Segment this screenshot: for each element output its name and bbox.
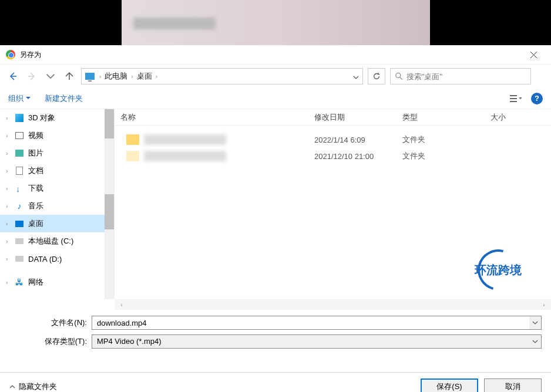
content-area: › 3D 对象 › 视频 › 图片 › 文档 › 下载: [0, 109, 551, 299]
file-row[interactable]: 2022/1/14 6:09 文件夹: [115, 131, 551, 148]
view-button[interactable]: [505, 92, 526, 106]
up-button[interactable]: [62, 69, 76, 83]
file-view: 名称 修改日期 类型 大小 2022/1/14 6:09 文件夹 2021/12…: [115, 109, 551, 299]
chevron-down-icon: [46, 72, 55, 81]
back-button[interactable]: [6, 69, 20, 83]
chevron-down-icon: [353, 76, 359, 79]
organize-label: 组织: [8, 93, 23, 104]
scroll-right-icon[interactable]: ›: [539, 300, 549, 310]
sidebar-label: DATA (D:): [28, 255, 62, 263]
arrow-left-icon: [8, 72, 18, 81]
help-button[interactable]: ?: [531, 93, 543, 104]
navbar: › 此电脑 › 桌面 ›: [0, 65, 551, 88]
scrollbar-thumb[interactable]: [105, 194, 114, 229]
bottom-bar: 隐藏文件夹 保存(S) 取消: [0, 372, 551, 392]
sidebar-label: 视频: [28, 130, 43, 141]
sidebar-item-music[interactable]: › ♪ 音乐: [0, 197, 114, 215]
form-area: 文件名(N): 保存类型(T): MP4 Video (*.mp4): [0, 310, 551, 359]
save-dialog: 另存为 › 此电脑 › 桌面 ›: [0, 45, 551, 392]
sidebar-item-documents[interactable]: › 文档: [0, 162, 114, 180]
disk-icon: [14, 236, 25, 246]
document-icon: [14, 166, 25, 175]
arrow-up-icon: [65, 72, 74, 81]
column-size[interactable]: 大小: [485, 109, 551, 125]
sidebar-item-video[interactable]: › 视频: [0, 127, 114, 144]
address-dropdown[interactable]: [353, 71, 359, 82]
sidebar-item-network[interactable]: › 🖧 网络: [0, 273, 114, 291]
filename-dropdown[interactable]: [529, 316, 541, 329]
scrollbar-thumb[interactable]: [105, 109, 114, 138]
3d-icon: [14, 113, 25, 123]
filetype-select[interactable]: MP4 Video (*.mp4): [92, 335, 529, 348]
svg-rect-2: [510, 98, 517, 99]
picture-icon: [14, 148, 25, 158]
breadcrumb-desktop[interactable]: 桌面: [135, 71, 154, 82]
refresh-button[interactable]: [368, 68, 385, 85]
disk-icon: [14, 254, 25, 263]
sidebar: › 3D 对象 › 视频 › 图片 › 文档 › 下载: [0, 109, 115, 299]
address-bar[interactable]: › 此电脑 › 桌面 ›: [81, 68, 363, 85]
svg-rect-1: [510, 95, 517, 96]
sidebar-item-desktop[interactable]: › 桌面: [0, 215, 114, 232]
chevron-down-icon: [26, 97, 31, 100]
search-box[interactable]: [390, 68, 531, 85]
chevron-icon: ›: [6, 203, 14, 209]
close-button[interactable]: [522, 48, 545, 62]
sidebar-item-3d[interactable]: › 3D 对象: [0, 109, 114, 127]
sidebar-item-disk-d[interactable]: › DATA (D:): [0, 250, 114, 268]
forward-button[interactable]: [25, 69, 39, 83]
toolbar: 组织 新建文件夹 ?: [0, 88, 551, 109]
organize-button[interactable]: 组织: [8, 93, 31, 104]
chevron-icon: ›: [6, 133, 14, 139]
hide-folders-button[interactable]: 隐藏文件夹: [9, 381, 57, 392]
file-date: 2022/1/14 6:09: [308, 136, 397, 144]
recent-dropdown[interactable]: [43, 69, 58, 83]
search-input[interactable]: [406, 72, 526, 81]
chevron-icon: ›: [6, 185, 14, 192]
cancel-button[interactable]: 取消: [484, 379, 542, 393]
file-row[interactable]: 2021/12/10 21:00 文件夹: [115, 148, 551, 164]
newfolder-label: 新建文件夹: [45, 93, 83, 104]
sidebar-label: 本地磁盘 (C:): [28, 236, 73, 246]
filetype-select-wrap: MP4 Video (*.mp4): [92, 334, 542, 349]
column-name[interactable]: 名称: [115, 109, 308, 125]
sidebar-label: 桌面: [28, 218, 43, 229]
network-icon: 🖧: [14, 278, 25, 287]
crumb-separator: ›: [154, 73, 159, 80]
file-type: 文件夹: [397, 134, 485, 145]
sidebar-label: 下载: [28, 183, 43, 194]
scroll-left-icon[interactable]: ‹: [117, 300, 126, 310]
sidebar-label: 文档: [28, 165, 43, 176]
chevron-icon: ›: [6, 115, 14, 121]
desktop-icon: [14, 219, 25, 228]
sidebar-item-disk-c[interactable]: › 本地磁盘 (C:): [0, 232, 114, 250]
crumb-separator: ›: [98, 73, 102, 80]
sidebar-label: 图片: [28, 148, 43, 158]
sidebar-item-downloads[interactable]: › 下载: [0, 180, 114, 197]
file-type: 文件夹: [397, 151, 485, 161]
chrome-icon: [6, 50, 15, 59]
save-button[interactable]: 保存(S): [421, 379, 478, 393]
chevron-down-icon: [532, 321, 538, 325]
breadcrumb-pc[interactable]: 此电脑: [102, 71, 130, 82]
chevron-down-icon: [532, 340, 538, 343]
sidebar-label: 网络: [28, 277, 43, 288]
column-type[interactable]: 类型: [397, 109, 485, 125]
view-icon: [510, 94, 522, 103]
file-date: 2021/12/10 21:00: [308, 152, 397, 161]
svg-rect-3: [510, 101, 517, 102]
chevron-icon: ›: [6, 150, 14, 157]
sidebar-scrollbar[interactable]: [105, 109, 114, 299]
chevron-icon: ›: [6, 279, 14, 286]
horizontal-scrollbar[interactable]: ‹ ›: [115, 299, 551, 310]
chevron-icon: ›: [6, 256, 14, 262]
filetype-dropdown[interactable]: [529, 335, 541, 348]
video-icon: [14, 131, 25, 140]
sidebar-item-pictures[interactable]: › 图片: [0, 144, 114, 162]
redacted-name: [144, 134, 226, 145]
column-date[interactable]: 修改日期: [308, 109, 397, 125]
filetype-label: 保存类型(T):: [9, 336, 92, 347]
watermark: 环流跨境: [451, 246, 545, 293]
new-folder-button[interactable]: 新建文件夹: [45, 93, 83, 104]
filename-input[interactable]: [92, 316, 529, 329]
